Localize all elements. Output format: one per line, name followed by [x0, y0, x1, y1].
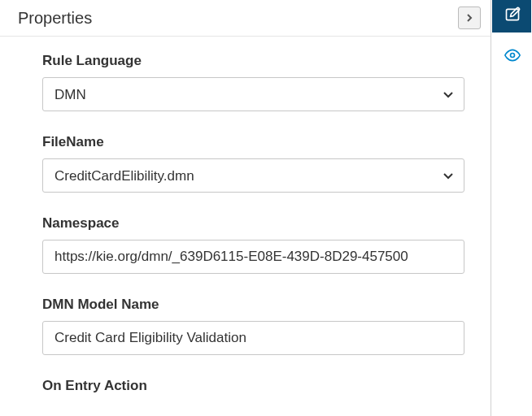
eye-icon — [504, 47, 521, 67]
input-dmn-model-name[interactable] — [42, 321, 464, 355]
label-file-name: FileName — [42, 134, 464, 150]
panel-title: Properties — [18, 9, 92, 28]
edit-icon — [504, 6, 521, 26]
select-rule-language[interactable]: DMN — [42, 77, 464, 111]
label-namespace: Namespace — [42, 215, 464, 232]
svg-point-1 — [511, 54, 515, 58]
field-namespace: Namespace — [42, 215, 464, 274]
svg-rect-0 — [507, 9, 519, 20]
field-rule-language: Rule Language DMN — [42, 53, 464, 111]
select-rule-language-wrapper: DMN — [42, 77, 464, 111]
chevron-right-icon — [465, 12, 473, 24]
collapse-panel-button[interactable] — [458, 6, 481, 29]
field-dmn-model-name: DMN Model Name — [42, 297, 464, 355]
input-namespace[interactable] — [42, 240, 464, 274]
label-rule-language: Rule Language — [42, 53, 464, 69]
field-file-name: FileName CreditCardElibility.dmn — [42, 134, 464, 193]
label-on-entry-action: On Entry Action — [42, 378, 464, 394]
edit-tab-button[interactable] — [492, 0, 531, 32]
label-dmn-model-name: DMN Model Name — [42, 297, 464, 313]
panel-header: Properties — [0, 0, 491, 37]
properties-panel: Properties Rule Language DMN — [0, 0, 532, 416]
field-on-entry-action: On Entry Action — [42, 378, 464, 394]
right-sidebar — [491, 0, 532, 416]
select-file-name[interactable]: CreditCardElibility.dmn — [42, 158, 464, 193]
preview-tab-button[interactable] — [492, 41, 531, 73]
properties-form: Rule Language DMN FileName CreditCardEli… — [0, 37, 491, 416]
select-file-name-wrapper: CreditCardElibility.dmn — [42, 158, 464, 193]
properties-main: Properties Rule Language DMN — [0, 0, 491, 416]
